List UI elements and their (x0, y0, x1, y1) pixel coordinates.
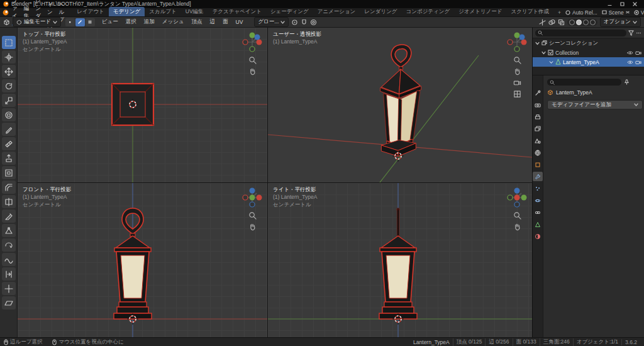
outliner-options-icon[interactable] (636, 30, 641, 36)
pan-hand-icon[interactable] (513, 67, 521, 75)
navigation-gizmo[interactable] (242, 31, 263, 53)
autosave-status[interactable]: Auto Rel... (565, 9, 597, 16)
tab-particles-icon[interactable] (533, 184, 543, 193)
vertex-select-button[interactable] (65, 18, 75, 26)
viewport-right[interactable]: ライト・平行投影 (1) Lantern_TypeA センチメートル (268, 183, 532, 337)
shading-wireframe-button[interactable] (569, 20, 575, 25)
blender-app-menu-icon[interactable] (3, 9, 9, 16)
editor-type-icon[interactable] (3, 19, 10, 26)
options-dropdown[interactable]: オプション (600, 17, 641, 27)
pan-hand-icon[interactable] (513, 223, 521, 231)
tab-modifiers-icon[interactable] (533, 172, 543, 181)
xray-toggle-icon[interactable] (558, 19, 565, 26)
shading-material-button[interactable] (583, 20, 589, 25)
scene-selector[interactable]: Scene (602, 9, 630, 16)
outliner-search-input[interactable] (535, 30, 626, 36)
tab-world-icon[interactable] (533, 148, 543, 157)
tab-scene-icon[interactable] (533, 136, 543, 145)
tool-edge-slide-button[interactable] (2, 267, 16, 281)
tool-loop-cut-button[interactable] (2, 195, 16, 208)
snap-magnet-icon[interactable] (301, 19, 308, 26)
menu-view[interactable]: ビュー (99, 18, 121, 26)
maximize-button[interactable] (616, 0, 628, 8)
filter-funnel-icon[interactable] (628, 30, 634, 36)
tab-animation[interactable]: アニメーション (313, 7, 360, 16)
tab-view-layer-icon[interactable] (533, 124, 543, 133)
eye-icon[interactable] (627, 60, 633, 65)
menu-vertex[interactable]: 頂点 (189, 18, 205, 26)
tab-rendering[interactable]: レンダリング (360, 7, 401, 16)
pin-icon[interactable] (624, 79, 630, 85)
tool-transform-button[interactable] (2, 108, 16, 121)
tab-modeling[interactable]: モデリング (109, 7, 145, 16)
tool-spin-button[interactable] (2, 238, 16, 252)
tool-rotate-button[interactable] (2, 79, 16, 92)
add-modifier-dropdown[interactable]: モディファイアーを追加 (547, 100, 643, 109)
eye-icon[interactable] (627, 50, 633, 55)
close-button[interactable] (629, 0, 641, 8)
tool-inset-button[interactable] (2, 166, 16, 179)
navigation-gizmo[interactable] (506, 31, 528, 53)
checkbox-icon[interactable] (548, 50, 553, 55)
tool-shear-button[interactable] (2, 296, 16, 310)
outliner-row-object[interactable]: Lantern_TypeA (533, 57, 644, 67)
tab-geometry-nodes[interactable]: ジオメトリノード (454, 7, 506, 16)
tool-smooth-button[interactable] (2, 253, 16, 266)
menu-uv[interactable]: UV (233, 19, 246, 25)
minimize-button[interactable] (604, 0, 616, 8)
tool-select-box-button[interactable] (2, 36, 16, 49)
tab-texture-paint[interactable]: テクスチャペイント (208, 7, 266, 16)
tab-compositing[interactable]: コンポジティング (402, 7, 455, 16)
camera-icon[interactable] (635, 50, 641, 55)
tab-constraints-icon[interactable] (533, 208, 543, 217)
zoom-icon[interactable] (248, 56, 257, 64)
tool-cursor-button[interactable] (2, 50, 16, 64)
tab-scripting[interactable]: スクリプト作成 (507, 7, 554, 16)
outliner-row-scene-collection[interactable]: シーンコレクション (533, 38, 644, 48)
properties-search-input[interactable] (547, 79, 621, 86)
proportional-edit-icon[interactable] (310, 19, 317, 26)
menu-add[interactable]: 追加 (142, 18, 157, 26)
camera-icon[interactable] (635, 60, 641, 65)
menu-select[interactable]: 選択 (123, 18, 139, 26)
outliner-row-collection[interactable]: Collection (533, 48, 644, 57)
tool-shrink-flatten-button[interactable] (2, 282, 16, 295)
zoom-icon[interactable] (513, 56, 521, 64)
overlays-icon[interactable] (548, 19, 555, 26)
transform-orientation-dropdown[interactable]: グロー... (254, 17, 289, 27)
pan-hand-icon[interactable] (248, 67, 257, 75)
pan-hand-icon[interactable] (248, 223, 257, 231)
viewlayer-selector[interactable]: ViewLayer (634, 9, 644, 16)
menu-edge[interactable]: 辺 (208, 18, 218, 26)
tab-shading[interactable]: シェーディング (266, 7, 313, 16)
viewport-front[interactable]: フロント・平行投影 (1) Lantern_TypeA センチメートル (18, 183, 267, 337)
camera-view-icon[interactable] (513, 79, 521, 87)
show-gizmo-icon[interactable] (539, 19, 546, 26)
ortho-toggle-icon[interactable] (513, 90, 521, 98)
tab-render-icon[interactable] (533, 100, 543, 109)
edge-select-button[interactable] (75, 18, 85, 26)
tool-knife-button[interactable] (2, 209, 16, 223)
menu-face[interactable]: 面 (220, 18, 231, 26)
tool-measure-button[interactable] (2, 137, 16, 150)
shading-rendered-button[interactable] (590, 20, 596, 25)
mode-dropdown[interactable]: 編集モード (13, 17, 61, 27)
viewport-perspective[interactable]: ユーザー・透視投影 (1) Lantern_TypeA (268, 28, 532, 182)
tool-extrude-button[interactable] (2, 152, 16, 165)
zoom-icon[interactable] (248, 211, 257, 220)
zoom-icon[interactable] (513, 211, 521, 220)
tool-annotate-button[interactable] (2, 123, 16, 136)
tab-tool-icon[interactable] (533, 88, 543, 98)
tool-poly-build-button[interactable] (2, 224, 16, 237)
pivot-point-icon[interactable] (291, 19, 298, 26)
tab-material-icon[interactable] (533, 232, 543, 241)
tab-object-data-icon[interactable] (533, 220, 543, 229)
viewport-top[interactable]: トップ・平行投影 (1) Lantern_TypeA センチメートル (18, 28, 267, 182)
tab-sculpting[interactable]: スカルプト (145, 7, 181, 16)
tool-move-button[interactable] (2, 65, 16, 78)
tool-scale-button[interactable] (2, 94, 16, 107)
shading-solid-button[interactable] (576, 20, 582, 25)
face-select-button[interactable] (86, 18, 95, 26)
tab-output-icon[interactable] (533, 112, 543, 121)
navigation-gizmo[interactable] (506, 187, 528, 208)
